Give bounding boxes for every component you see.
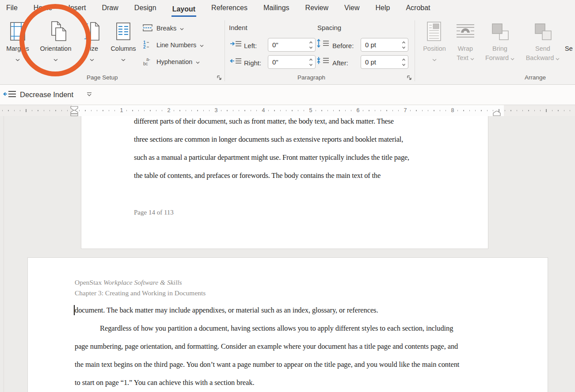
size-button[interactable]: Size	[80, 19, 104, 63]
chevron-down-icon	[556, 55, 560, 62]
page-15-body-text: document. The back matter may include ap…	[75, 301, 530, 392]
wrap-text-button[interactable]: Wrap Text	[452, 19, 479, 62]
margins-icon	[10, 22, 26, 43]
text-line: document. The back matter may include ap…	[75, 301, 530, 319]
selection-pane-button-partial[interactable]: Se	[565, 19, 575, 53]
bring-forward-icon	[490, 21, 510, 43]
indent-heading: Indent	[229, 24, 248, 31]
decrease-indent-label: Decrease Indent	[20, 90, 73, 99]
tab-mailings[interactable]: Mailings	[263, 1, 290, 17]
line-numbers-icon: 1 2	[142, 40, 153, 51]
header-line-1: OpenStax Workplace Software & Skills	[75, 277, 206, 288]
spinner-arrows[interactable]	[402, 58, 406, 71]
chevron-down-icon	[432, 56, 437, 63]
svg-text:1: 1	[143, 40, 146, 45]
indent-right-icon	[230, 57, 242, 67]
columns-button[interactable]: Columns	[106, 19, 141, 63]
text-line: three sections are common in longer docu…	[134, 130, 470, 148]
tab-layout[interactable]: Layout	[171, 2, 196, 17]
page-setup-group-label: Page Setup	[87, 74, 118, 81]
text-line: page numbering, page orientation, and fo…	[75, 337, 530, 355]
page-header: OpenStax Workplace Software & Skills Cha…	[75, 277, 206, 298]
chevron-down-icon	[15, 56, 20, 63]
breaks-icon	[142, 23, 153, 34]
spacing-before-icon	[316, 39, 330, 49]
text-line: to start on page “1.” You can achieve th…	[75, 373, 530, 392]
size-icon	[84, 22, 100, 43]
group-separator	[415, 20, 415, 81]
send-backward-button[interactable]: Send Backward	[522, 19, 564, 62]
hyphenation-button[interactable]: a- bc Hyphenation	[142, 56, 200, 68]
spinner-arrows[interactable]	[402, 41, 406, 53]
ribbon: Margins Orientation Size	[0, 17, 575, 85]
collapse-chevron-icon[interactable]	[86, 91, 93, 99]
page-setup-dialog-launcher[interactable]	[216, 75, 222, 83]
indent-left-icon	[230, 40, 242, 49]
page-number-footer: Page 14 of 113	[134, 209, 174, 216]
send-backward-icon	[533, 21, 553, 43]
chevron-down-icon	[470, 55, 474, 62]
wrap-text-icon	[456, 22, 475, 42]
tab-home[interactable]: Home	[33, 1, 53, 17]
text-line: the main text begins on the third page. …	[75, 355, 530, 373]
text-line: Regardless of how you partition a docume…	[75, 319, 530, 337]
chevron-down-icon	[121, 56, 126, 63]
tab-review[interactable]: Review	[305, 1, 329, 17]
chevron-down-icon	[200, 41, 204, 49]
decrease-indent-toolbar[interactable]: Decrease Indent	[0, 85, 575, 105]
group-separator	[225, 20, 225, 81]
indent-right-field[interactable]: 0"	[268, 55, 316, 69]
spacing-before-field[interactable]: 0 pt	[361, 38, 408, 52]
columns-icon	[116, 22, 131, 42]
menu-bar: File Home Insert Draw Design Layout Refe…	[0, 0, 575, 17]
chevron-down-icon	[180, 25, 184, 32]
indent-left-field[interactable]: 0"	[268, 38, 316, 52]
spacing-after-icon	[316, 56, 330, 67]
chevron-down-icon	[90, 56, 94, 63]
hyphenation-icon: a- bc	[142, 57, 153, 68]
spinner-arrows[interactable]	[309, 41, 313, 53]
tab-draw[interactable]: Draw	[101, 1, 119, 17]
paragraph-dialog-launcher[interactable]	[406, 75, 412, 83]
tab-help[interactable]: Help	[374, 1, 391, 17]
margins-button[interactable]: Margins	[2, 19, 34, 63]
document-canvas[interactable]: different parts of their document, such …	[0, 116, 575, 392]
breaks-button[interactable]: Breaks	[142, 22, 184, 34]
tab-references[interactable]: References	[210, 1, 248, 17]
paragraph-group-label: Paragraph	[297, 74, 325, 81]
text-line: such as a manual a particular department…	[134, 148, 470, 166]
decrease-indent-icon	[3, 90, 16, 100]
text-line: different parts of their document, such …	[134, 112, 470, 130]
document-page-14[interactable]: different parts of their document, such …	[81, 116, 488, 249]
tab-file[interactable]: File	[5, 1, 19, 17]
page-14-body-text: different parts of their document, such …	[134, 112, 470, 185]
svg-text:bc: bc	[143, 61, 148, 66]
bring-forward-button[interactable]: Bring Forward	[480, 19, 520, 62]
line-numbers-button[interactable]: 1 2 Line Numbers	[142, 39, 204, 51]
tab-design[interactable]: Design	[133, 1, 157, 17]
tab-acrobat[interactable]: Acrobat	[405, 1, 431, 17]
tab-view[interactable]: View	[343, 1, 360, 17]
document-page-15[interactable]: OpenStax Workplace Software & Skills Cha…	[27, 257, 548, 392]
position-button[interactable]: Position	[417, 19, 452, 63]
chevron-down-icon	[196, 58, 200, 65]
spacing-heading: Spacing	[317, 24, 341, 31]
svg-text:2: 2	[143, 45, 146, 49]
arrange-group-label: Arrange	[525, 74, 546, 81]
orientation-icon	[44, 21, 67, 44]
spinner-arrows[interactable]	[309, 58, 313, 71]
chevron-down-icon	[510, 55, 514, 62]
position-icon	[426, 21, 442, 43]
spacing-after-field[interactable]: 0 pt	[361, 55, 408, 69]
orientation-button[interactable]: Orientation	[35, 19, 76, 63]
tab-insert[interactable]: Insert	[67, 1, 87, 17]
header-line-2: Chapter 3: Creating and Working in Docum…	[75, 288, 206, 298]
text-line: the table of contents, and prefaces or f…	[134, 166, 470, 185]
window-edge-line	[4, 116, 4, 392]
chevron-down-icon	[53, 56, 58, 63]
